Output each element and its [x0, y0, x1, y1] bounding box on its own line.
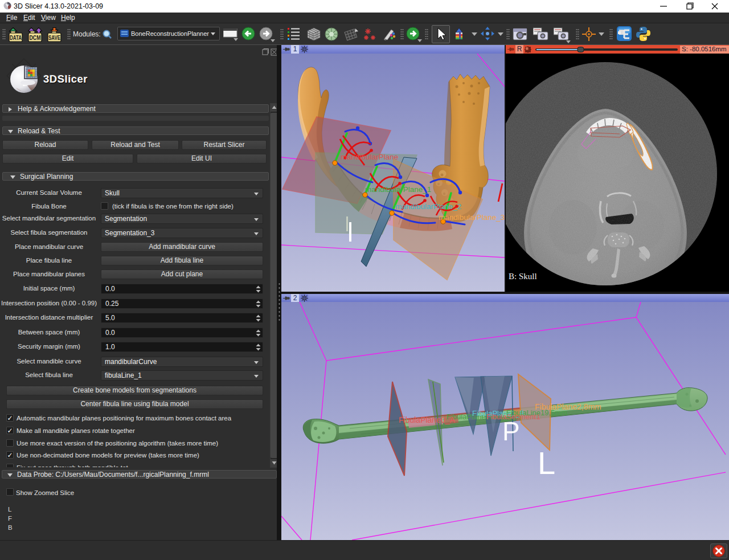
svg-text:mandibularPlane_2: mandibularPlane_2: [395, 202, 461, 211]
svg-text:mandibularPlane_3: mandibularPlane_3: [439, 213, 505, 222]
svg-text:mandibularPlane: mandibularPlane: [341, 153, 398, 161]
svg-text:P: P: [502, 416, 520, 446]
svg-text:mandibularPlane_1: mandibularPlane_1: [365, 185, 431, 194]
svg-text:L: L: [538, 445, 555, 481]
svg-text:FibulaPlane2,8mm: FibulaPlane2,8mm: [535, 402, 601, 411]
svg-text:DCM: DCM: [30, 35, 41, 41]
svg-text:B: Skull: B: Skull: [509, 272, 537, 281]
svg-text:DATA: DATA: [10, 35, 22, 41]
svg-text:SAVE: SAVE: [48, 35, 60, 41]
svg-text:FibulaPlane0_A: FibulaPlane0_A: [399, 415, 456, 424]
